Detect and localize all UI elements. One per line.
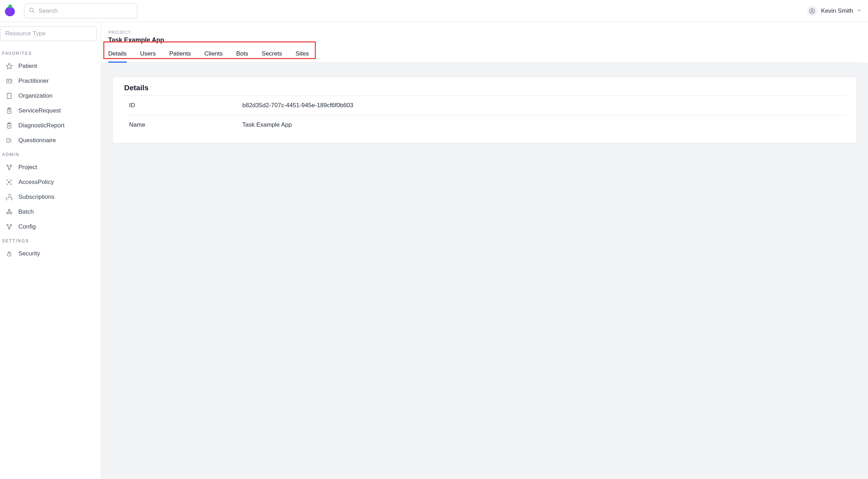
sidebar-item-label: Organization xyxy=(18,92,52,99)
svg-point-6 xyxy=(8,80,9,81)
section-header-favorites: FAVORITES xyxy=(0,47,101,59)
main-area: PROJECT Task Example App Details Users P… xyxy=(101,22,868,479)
sidebar-item-subscriptions[interactable]: Subscriptions xyxy=(0,190,101,204)
sidebar-item-project[interactable]: Project xyxy=(0,160,101,175)
sidebar-item-label: Subscriptions xyxy=(18,194,54,201)
sidebar-item-practitioner[interactable]: Practitioner xyxy=(0,74,101,88)
sidebar-item-label: Practitioner xyxy=(18,77,49,85)
sidebar-item-diagnosticreport[interactable]: DiagnosticReport xyxy=(0,118,101,133)
detail-key: Name xyxy=(129,121,242,128)
tab-patients[interactable]: Patients xyxy=(169,50,191,63)
svg-rect-5 xyxy=(7,79,12,83)
clipboard-icon xyxy=(6,107,13,114)
svg-point-16 xyxy=(8,181,10,183)
user-avatar-icon xyxy=(807,6,817,16)
tab-sites[interactable]: Sites xyxy=(295,50,309,63)
card-heading: Details xyxy=(124,83,845,96)
svg-marker-4 xyxy=(6,63,12,69)
tab-users[interactable]: Users xyxy=(140,50,156,63)
global-search[interactable] xyxy=(24,4,137,18)
user-menu[interactable]: Kevin Smith xyxy=(807,6,862,16)
lock-icon xyxy=(6,250,13,257)
scan-icon xyxy=(6,179,13,186)
breadcrumb: PROJECT xyxy=(108,30,861,35)
tab-details[interactable]: Details xyxy=(108,50,127,63)
sidebar-item-config[interactable]: Config xyxy=(0,219,101,234)
sidebar-item-label: Questionnaire xyxy=(18,137,56,144)
sidebar-item-patient[interactable]: Patient xyxy=(0,59,101,74)
sidebar-item-batch[interactable]: Batch xyxy=(0,204,101,219)
svg-point-22 xyxy=(8,228,10,229)
sidebar-item-accesspolicy[interactable]: AccessPolicy xyxy=(0,175,101,190)
sidebar-item-label: Batch xyxy=(18,208,34,215)
svg-point-0 xyxy=(30,8,34,12)
sidebar-item-label: Patient xyxy=(18,63,37,70)
svg-rect-12 xyxy=(7,138,9,143)
user-name: Kevin Smith xyxy=(821,7,853,15)
id-card-icon xyxy=(6,77,13,85)
nodes-icon xyxy=(6,164,13,171)
section-header-settings: SETTINGS xyxy=(0,234,101,246)
clipboard-plus-icon xyxy=(6,122,13,129)
webhook-icon xyxy=(6,194,13,201)
sidebar-item-questionnaire[interactable]: Questionnaire xyxy=(0,133,101,148)
detail-row-id: ID b82d35d2-707c-4451-945e-189cf6f0b603 xyxy=(124,96,845,115)
svg-point-18 xyxy=(7,212,8,214)
detail-row-name: Name Task Example App xyxy=(124,115,845,134)
sidebar-item-label: Config xyxy=(18,223,36,230)
details-card: Details ID b82d35d2-707c-4451-945e-189cf… xyxy=(112,77,857,143)
section-header-admin: ADMIN xyxy=(0,148,101,160)
svg-rect-23 xyxy=(7,253,11,256)
sidebar-item-organization[interactable]: Organization xyxy=(0,88,101,103)
nodes-icon xyxy=(6,223,13,230)
search-input[interactable] xyxy=(39,7,133,15)
detail-value: b82d35d2-707c-4451-945e-189cf6f0b603 xyxy=(242,102,840,109)
app-logo[interactable] xyxy=(5,6,16,16)
tab-bots[interactable]: Bots xyxy=(236,50,248,63)
content-area: Details ID b82d35d2-707c-4451-945e-189cf… xyxy=(101,63,868,479)
resource-type-field[interactable] xyxy=(0,26,97,41)
svg-point-3 xyxy=(811,10,813,11)
search-icon xyxy=(29,7,39,15)
sidebar-item-security[interactable]: Security xyxy=(0,246,101,261)
tab-secrets[interactable]: Secrets xyxy=(262,50,282,63)
sidebar-item-label: Security xyxy=(18,250,40,257)
sidebar-item-label: DiagnosticReport xyxy=(18,122,64,129)
svg-point-19 xyxy=(10,212,12,214)
resource-type-input[interactable] xyxy=(5,30,91,37)
building-icon xyxy=(6,92,13,99)
svg-point-14 xyxy=(10,165,12,166)
topbar: Kevin Smith xyxy=(0,0,868,22)
svg-point-15 xyxy=(8,168,10,170)
detail-key: ID xyxy=(129,102,242,109)
page-body: FAVORITES Patient Practitioner Organizat… xyxy=(0,22,868,479)
star-icon xyxy=(6,63,13,70)
sidebar-item-label: Project xyxy=(18,164,37,171)
svg-rect-7 xyxy=(7,93,11,99)
sidebar: FAVORITES Patient Practitioner Organizat… xyxy=(0,22,101,479)
page-title: Task Example App xyxy=(108,36,861,44)
sidebar-item-label: ServiceRequest xyxy=(18,107,61,114)
atoms-icon xyxy=(6,208,13,215)
chevron-down-icon xyxy=(857,8,862,14)
tab-clients[interactable]: Clients xyxy=(204,50,223,63)
svg-point-2 xyxy=(810,8,815,13)
sidebar-item-servicerequest[interactable]: ServiceRequest xyxy=(0,103,101,118)
tabs: Details Users Patients Clients Bots Secr… xyxy=(108,50,861,63)
svg-point-21 xyxy=(10,224,12,226)
svg-line-1 xyxy=(33,11,34,12)
detail-value: Task Example App xyxy=(242,121,840,128)
form-icon xyxy=(6,137,13,144)
sidebar-item-label: AccessPolicy xyxy=(18,179,54,186)
svg-point-20 xyxy=(7,224,8,226)
svg-point-13 xyxy=(7,165,8,166)
page-header: PROJECT Task Example App Details Users P… xyxy=(101,22,868,63)
